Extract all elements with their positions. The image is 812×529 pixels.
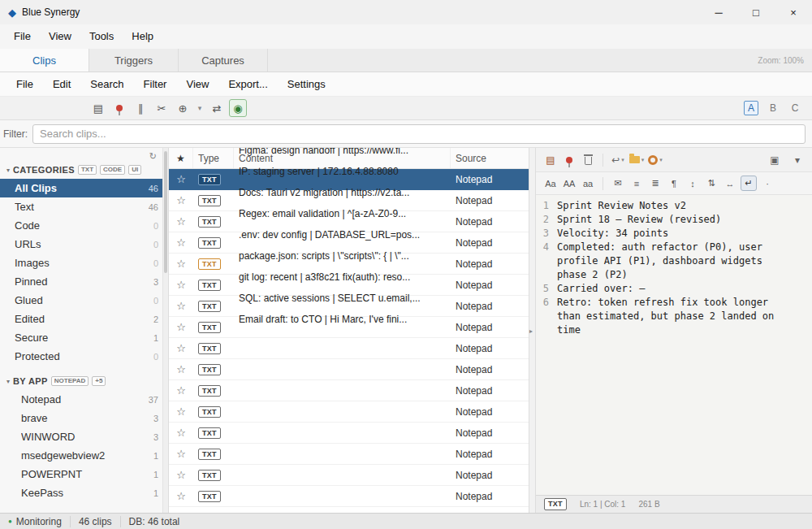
horizontal-resize-icon[interactable]: ↔ (722, 176, 738, 191)
star-icon[interactable]: ☆ (169, 405, 193, 418)
sidebar-item[interactable]: Notepad 37 (0, 390, 168, 409)
sidebar-item[interactable]: Code 0 (0, 216, 168, 235)
menu-file[interactable]: File (5, 24, 40, 49)
clipmenu-search[interactable]: Search (80, 72, 133, 97)
star-icon[interactable]: ☆ (169, 448, 193, 460)
scissors-icon[interactable]: ✂ (153, 99, 171, 117)
frame-icon[interactable]: ▣ (767, 152, 783, 168)
panel-splitter[interactable]: ▸ (529, 148, 536, 513)
clipmenu-export[interactable]: Export... (218, 72, 277, 97)
panel-menu-icon[interactable]: ▾ (789, 152, 806, 168)
sidebar-item[interactable]: Images 0 (0, 254, 168, 272)
case-lower-button[interactable]: aa (580, 176, 596, 191)
sidebar-item[interactable]: Glued 0 (0, 291, 168, 310)
clipboard-icon[interactable]: ▤ (89, 99, 107, 117)
sidebar-item[interactable]: POWERPNT 1 (0, 465, 168, 483)
toolbar-separator (603, 154, 603, 167)
case-sentence-button[interactable]: Aa (542, 176, 559, 191)
search-input[interactable] (32, 124, 806, 144)
collapse-panel-icon[interactable]: ▸ (529, 327, 533, 334)
scrollbar-thumb[interactable] (164, 151, 167, 273)
list-format-icon[interactable]: ≡ (628, 176, 645, 191)
clipboard-slot-b[interactable]: B (766, 101, 780, 115)
star-icon[interactable]: ☆ (169, 427, 193, 439)
sidebar-item[interactable]: URLs 0 (0, 235, 168, 254)
clipmenu-filter[interactable]: Filter (134, 72, 177, 97)
star-icon[interactable]: ☆ (169, 469, 193, 481)
clipmenu-view[interactable]: View (176, 72, 218, 97)
chevron-down-icon[interactable]: ▾ (195, 99, 205, 117)
type-column-header[interactable]: Type (193, 148, 234, 168)
swap-icon[interactable]: ⇄ (208, 99, 226, 117)
pin-icon[interactable] (561, 152, 577, 168)
menu-tools[interactable]: Tools (80, 24, 123, 49)
clipmenu-file[interactable]: File (6, 72, 43, 97)
source-column-header[interactable]: Source (451, 153, 529, 164)
star-icon[interactable]: ☆ (169, 236, 193, 249)
clipmenu-edit[interactable]: Edit (43, 72, 80, 97)
star-icon[interactable]: ☆ (169, 279, 193, 291)
star-icon[interactable]: ☆ (169, 342, 193, 354)
star-icon[interactable]: ☆ (169, 490, 193, 502)
sidebar-item[interactable]: Edited 2 (0, 310, 168, 328)
editor-toolbar-right-group: ▣ ▾ (767, 152, 806, 168)
by-app-section-header[interactable]: ▾ BY APP NOTEPAD +5 (0, 372, 168, 390)
tag-menu-button[interactable]: ▾ (647, 152, 663, 168)
mail-strip-icon[interactable]: ✉ (610, 176, 626, 191)
refresh-icon[interactable]: ↻ (149, 151, 157, 161)
menu-help[interactable]: Help (123, 24, 162, 49)
vertical-resize-icon[interactable]: ↕ (685, 176, 701, 191)
badge-more-apps: +5 (92, 376, 106, 386)
web-capture-icon[interactable]: ⊕ (174, 99, 192, 117)
star-icon[interactable]: ☆ (169, 173, 193, 185)
star-icon[interactable]: ☆ (169, 321, 193, 333)
tab-captures[interactable]: Captures (179, 49, 268, 72)
table-row[interactable]: ☆ TXT Email draft: to CTO | Hi Marc, I'v… (169, 486, 529, 507)
sidebar-scrollbar[interactable] (162, 148, 168, 513)
star-icon[interactable]: ☆ (169, 258, 193, 270)
sidebar-item[interactable]: Protected 0 (0, 347, 168, 366)
sidebar-item[interactable]: brave 3 (0, 409, 168, 427)
case-upper-button[interactable]: AA (561, 176, 577, 191)
clip-note-icon[interactable]: ▤ (542, 152, 559, 168)
word-wrap-toggle[interactable]: ↵ (741, 176, 757, 191)
categories-section-header[interactable]: ▾ CATEGORIES TXT CODE UI (0, 161, 168, 179)
tab-clips[interactable]: Clips (0, 49, 89, 72)
maximize-button[interactable]: □ (737, 0, 775, 24)
sort-lines-icon[interactable]: ⇅ (703, 176, 719, 191)
glue-icon[interactable]: ∥ (132, 99, 149, 117)
sidebar-item[interactable]: msedgewebview2 1 (0, 446, 168, 465)
star-icon[interactable]: ☆ (169, 215, 193, 228)
sidebar-item[interactable]: Pinned 3 (0, 272, 168, 291)
clipboard-slot-a[interactable]: A (744, 101, 758, 115)
sidebar-item-label: Secure (15, 332, 153, 344)
sidebar-item[interactable]: WINWORD 3 (0, 427, 168, 446)
star-column-header[interactable]: ★ (169, 148, 193, 168)
sidebar-item[interactable]: All Clips 46 (0, 179, 168, 197)
trash-icon[interactable] (580, 152, 596, 168)
minimize-button[interactable]: ─ (700, 0, 737, 24)
monitoring-toggle-button[interactable]: ◉ (229, 99, 247, 117)
sidebar-item-label: KeePass (21, 487, 153, 499)
sidebar-item[interactable]: KeePass 1 (0, 483, 168, 502)
filter-row: Filter: (0, 120, 812, 148)
clip-editor[interactable]: 1 Sprint Review Notes v2 2 Sprint 18 — R… (536, 195, 812, 495)
undo-menu-button[interactable]: ↩▾ (610, 152, 626, 168)
star-icon[interactable]: ☆ (169, 363, 193, 375)
pin-icon[interactable] (110, 99, 128, 117)
tab-triggers[interactable]: Triggers (89, 49, 179, 72)
clipmenu-settings[interactable]: Settings (278, 72, 335, 97)
star-icon[interactable]: ☆ (169, 384, 193, 397)
badge-ui: UI (128, 165, 141, 175)
close-button[interactable]: × (775, 0, 812, 24)
sidebar-item[interactable]: Secure 1 (0, 328, 168, 347)
folder-menu-button[interactable]: ▾ (628, 152, 645, 168)
star-icon[interactable]: ☆ (169, 194, 193, 206)
dense-list-icon[interactable]: ≣ (647, 176, 663, 191)
clipboard-slot-c[interactable]: C (788, 101, 802, 115)
more-options-icon[interactable]: · (759, 176, 775, 191)
sidebar-item[interactable]: Text 46 (0, 197, 168, 216)
paragraph-icon[interactable]: ¶ (666, 176, 682, 191)
star-icon[interactable]: ☆ (169, 300, 193, 312)
menu-view[interactable]: View (40, 24, 80, 49)
